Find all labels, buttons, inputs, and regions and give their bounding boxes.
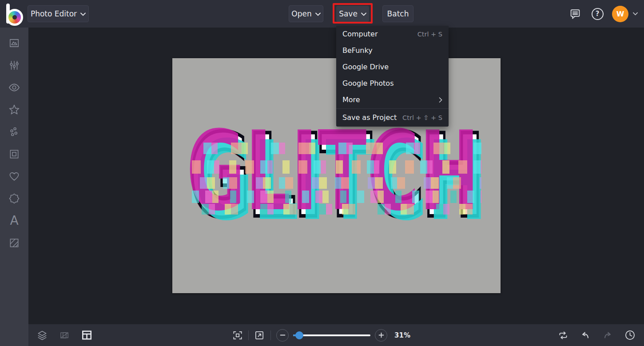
- sidebar-item-frames[interactable]: [0, 143, 28, 165]
- sidebar-item-effects[interactable]: [0, 99, 28, 121]
- sidebar-item-adjust[interactable]: [0, 54, 28, 76]
- layers-button[interactable]: [36, 330, 48, 341]
- menu-item-label: Computer: [342, 30, 378, 38]
- save-dropdown-menu: Computer Ctrl + S BeFunky Google Drive G…: [336, 26, 449, 127]
- zoom-out-button[interactable]: [276, 329, 289, 342]
- save-label: Save: [339, 9, 358, 18]
- question-icon: ?: [592, 8, 604, 20]
- sliders-icon: [8, 60, 20, 71]
- open-button[interactable]: Open: [289, 5, 323, 22]
- chevron-down-icon: [361, 12, 366, 16]
- avatar-chevron-down-icon[interactable]: [633, 12, 638, 16]
- heart-icon: [8, 170, 20, 183]
- text-tool-icon: A: [10, 215, 18, 227]
- undo-icon: [580, 330, 591, 341]
- chevron-down-icon: [315, 12, 321, 16]
- star-icon: [8, 103, 20, 116]
- menu-item-google-photos[interactable]: Google Photos: [336, 75, 449, 91]
- help-button[interactable]: ?: [590, 6, 605, 21]
- overlapping-squares-icon: [59, 330, 70, 341]
- badge-seal-icon: [8, 192, 20, 205]
- divider: [248, 330, 249, 340]
- redo-button[interactable]: [602, 330, 613, 341]
- sidebar-item-artsy[interactable]: [0, 121, 28, 143]
- menu-item-label: Save as Project: [342, 113, 397, 122]
- fullscreen-button[interactable]: [254, 330, 265, 341]
- zoom-in-button[interactable]: [375, 329, 387, 342]
- shapes-dots-icon: [8, 126, 20, 138]
- sidebar-item-edit[interactable]: [0, 32, 28, 54]
- clock-history-icon: [624, 329, 636, 341]
- glitch-text-magenta-layer: GLITCH: [186, 116, 479, 226]
- undo-button[interactable]: [580, 330, 591, 341]
- menu-item-label: More: [342, 95, 360, 104]
- fit-to-screen-button[interactable]: [232, 330, 243, 341]
- menu-divider: [336, 108, 449, 109]
- open-in-full-icon: [254, 330, 265, 341]
- menu-item-more[interactable]: More: [336, 91, 449, 108]
- menu-item-label: Google Photos: [342, 79, 394, 87]
- submenu-chevron-right-icon: [439, 97, 442, 103]
- top-bar: Photo Editor Open Save Batch ? W: [0, 0, 644, 28]
- sidebar-item-touchup[interactable]: [0, 76, 28, 99]
- history-button[interactable]: [624, 329, 636, 341]
- tool-sidebar: A: [0, 28, 28, 346]
- fit-screen-icon: [232, 330, 243, 341]
- menu-item-label: BeFunky: [342, 46, 373, 55]
- glitch-artwork: GLITCH GLITCH GLITCH GLITCH: [199, 134, 474, 218]
- sidebar-item-textures[interactable]: [0, 232, 28, 254]
- befunky-logo[interactable]: [5, 4, 24, 24]
- logo-rainbow-aperture: [6, 9, 23, 26]
- menu-item-shortcut: Ctrl + ⇧ + S: [402, 114, 442, 121]
- divider: [270, 330, 271, 340]
- photo-editor-menu-button[interactable]: Photo Editor: [28, 5, 89, 22]
- menu-item-google-drive[interactable]: Google Drive: [336, 59, 449, 75]
- sidebar-item-overlays[interactable]: [0, 187, 28, 210]
- user-avatar[interactable]: W: [612, 6, 628, 22]
- compare-arrows-icon: [557, 330, 569, 341]
- sidebar-item-text[interactable]: A: [0, 210, 28, 232]
- zoom-slider-handle[interactable]: [295, 331, 303, 339]
- feedback-bubble-icon: [569, 8, 581, 20]
- open-label: Open: [291, 9, 311, 18]
- save-button[interactable]: Save: [336, 6, 369, 22]
- menu-item-befunky[interactable]: BeFunky: [336, 42, 449, 59]
- feedback-button[interactable]: [568, 6, 583, 21]
- texture-icon: [8, 237, 20, 249]
- layout-template-icon: [81, 329, 93, 341]
- menu-item-computer[interactable]: Computer Ctrl + S: [336, 26, 449, 42]
- photo-editor-label: Photo Editor: [31, 9, 77, 18]
- menu-item-shortcut: Ctrl + S: [417, 31, 442, 38]
- zoom-slider[interactable]: [293, 334, 370, 336]
- bottom-bar: 31%: [28, 324, 644, 346]
- batch-label: Batch: [387, 9, 409, 18]
- zoom-level-label: 31%: [394, 331, 411, 339]
- plus-icon: [378, 332, 384, 338]
- duplicate-button[interactable]: [59, 330, 70, 341]
- compare-button[interactable]: [557, 330, 569, 341]
- eye-icon: [8, 81, 20, 94]
- batch-button[interactable]: Batch: [382, 5, 413, 22]
- image-icon: [8, 37, 20, 49]
- menu-item-save-as-project[interactable]: Save as Project Ctrl + ⇧ + S: [336, 109, 449, 126]
- sidebar-item-graphics[interactable]: [0, 165, 28, 187]
- layers-icon: [36, 330, 48, 341]
- minus-icon: [280, 332, 286, 338]
- menu-item-label: Google Drive: [342, 63, 389, 71]
- frame-icon: [8, 148, 20, 160]
- layout-button[interactable]: [81, 329, 93, 341]
- chevron-down-icon: [80, 12, 86, 16]
- redo-icon: [602, 330, 613, 341]
